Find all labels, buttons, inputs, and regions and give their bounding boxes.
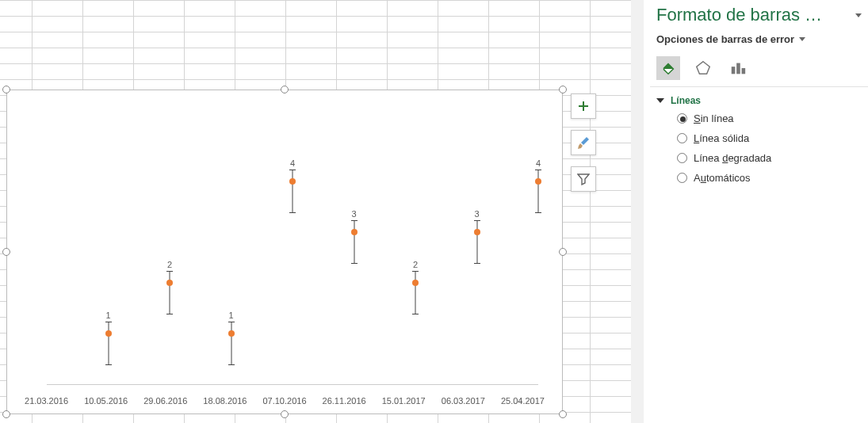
data-label: 1 — [105, 311, 110, 320]
radio-indicator — [677, 173, 687, 183]
chart-quick-buttons — [571, 93, 598, 192]
error-bar[interactable] — [538, 170, 539, 212]
vertical-scrollbar[interactable] — [631, 0, 644, 423]
funnel-icon — [577, 173, 590, 185]
chart-filter-button[interactable] — [571, 166, 596, 192]
error-bar-cap — [228, 322, 235, 322]
pane-category-tabs — [650, 53, 868, 87]
section-label: Líneas — [671, 95, 701, 106]
resize-handle-br[interactable] — [559, 410, 567, 418]
error-bar-cap — [228, 364, 235, 365]
error-bar-cap — [412, 314, 419, 314]
radio-label: Automáticos — [694, 172, 751, 184]
data-label: 2 — [167, 260, 172, 269]
data-point[interactable] — [166, 280, 173, 286]
x-tick-label: 06.03.2017 — [434, 396, 493, 406]
error-bar-cap — [166, 271, 173, 272]
svg-rect-2 — [742, 68, 746, 74]
data-point[interactable] — [412, 280, 419, 286]
resize-handle-tc[interactable] — [281, 86, 289, 93]
data-point[interactable] — [105, 330, 112, 337]
error-bar-cap — [474, 220, 480, 221]
data-point[interactable] — [474, 229, 480, 235]
format-pane: Formato de barras … Opciones de barras d… — [650, 0, 868, 423]
line-options-radiogroup: Sin línea Línea sólida Línea degradada A… — [656, 106, 862, 187]
data-point[interactable] — [535, 178, 541, 185]
x-tick-label: 25.04.2017 — [493, 396, 553, 406]
radio-label: Línea sólida — [694, 132, 749, 144]
error-bar[interactable] — [293, 170, 293, 212]
collapse-triangle-icon — [656, 98, 664, 103]
x-tick-label: 15.01.2017 — [374, 396, 434, 406]
data-point[interactable] — [228, 330, 235, 337]
data-point[interactable] — [289, 178, 296, 185]
data-label: 4 — [290, 158, 295, 168]
fill-line-tab[interactable] — [656, 56, 680, 80]
radio-indicator — [677, 113, 687, 124]
x-tick-label: 21.03.2016 — [17, 396, 76, 406]
pane-subtitle-dropdown[interactable]: Opciones de barras de error — [650, 29, 868, 53]
data-point[interactable] — [351, 229, 358, 235]
error-bar[interactable] — [231, 322, 231, 364]
svg-rect-0 — [732, 67, 736, 74]
resize-handle-bl[interactable] — [2, 410, 10, 418]
x-tick-label: 07.10.2016 — [254, 396, 314, 406]
pane-title-menu-icon[interactable] — [855, 13, 862, 17]
radio-label: Línea degradada — [694, 152, 771, 164]
lines-section-header[interactable]: Líneas — [656, 95, 862, 106]
x-tick-label: 26.11.2016 — [315, 396, 374, 406]
bar-chart-icon — [729, 59, 747, 77]
paint-bucket-icon — [660, 59, 677, 77]
error-bar-cap — [351, 220, 358, 221]
x-axis-labels: 21.03.201610.05.201629.06.201618.08.2016… — [7, 396, 562, 406]
error-bar-cap — [105, 364, 112, 365]
pane-subtitle-text: Opciones de barras de error — [656, 33, 794, 45]
data-label: 2 — [413, 260, 418, 269]
error-bar-cap — [289, 212, 296, 213]
error-bar-cap — [289, 170, 296, 170]
data-label: 4 — [536, 158, 541, 168]
resize-handle-tr[interactable] — [559, 86, 567, 93]
radio-indicator — [677, 153, 687, 163]
radio-no-line[interactable]: Sin línea — [677, 112, 858, 124]
pane-title: Formato de barras … — [650, 0, 868, 29]
x-tick-label: 10.05.2016 — [76, 396, 136, 406]
x-tick-label: 29.06.2016 — [136, 396, 195, 406]
chart-styles-button[interactable] — [571, 130, 596, 155]
error-bar-cap — [166, 314, 173, 314]
lines-section: Líneas Sin línea Línea sólida Línea degr… — [650, 87, 868, 195]
error-bar[interactable] — [476, 220, 477, 263]
error-bar[interactable] — [354, 220, 354, 263]
radio-solid-line[interactable]: Línea sólida — [677, 132, 858, 144]
resize-handle-ml[interactable] — [2, 248, 10, 256]
data-label: 1 — [228, 311, 233, 320]
radio-label: Sin línea — [694, 112, 734, 124]
brush-icon — [577, 136, 590, 149]
error-bar-cap — [412, 271, 419, 272]
effects-tab[interactable] — [691, 56, 715, 80]
radio-indicator — [677, 133, 687, 143]
chart-add-element-button[interactable] — [571, 93, 596, 119]
resize-handle-mr[interactable] — [559, 248, 567, 256]
plus-icon — [577, 100, 590, 112]
x-tick-label: 18.08.2016 — [195, 396, 254, 406]
bar-options-tab[interactable] — [726, 56, 750, 80]
chart-object[interactable]: 12143234 21.03.201610.05.201629.06.20161… — [6, 90, 563, 414]
error-bar-cap — [105, 322, 112, 322]
radio-auto[interactable]: Automáticos — [677, 172, 858, 184]
pentagon-icon — [694, 59, 712, 77]
svg-rect-1 — [736, 63, 740, 74]
error-bar[interactable] — [415, 271, 416, 314]
data-label: 3 — [351, 209, 356, 219]
error-bar-cap — [535, 212, 541, 213]
pane-title-text: Formato de barras … — [656, 5, 822, 25]
error-bar[interactable] — [170, 271, 170, 314]
resize-handle-bc[interactable] — [281, 410, 289, 418]
chevron-down-icon — [799, 37, 805, 41]
error-bar[interactable] — [108, 322, 109, 364]
resize-handle-tl[interactable] — [2, 86, 10, 93]
plot-area[interactable]: 12143234 — [47, 131, 538, 385]
data-label: 3 — [474, 209, 479, 219]
error-bar-cap — [351, 263, 358, 264]
radio-gradient-line[interactable]: Línea degradada — [677, 152, 858, 164]
